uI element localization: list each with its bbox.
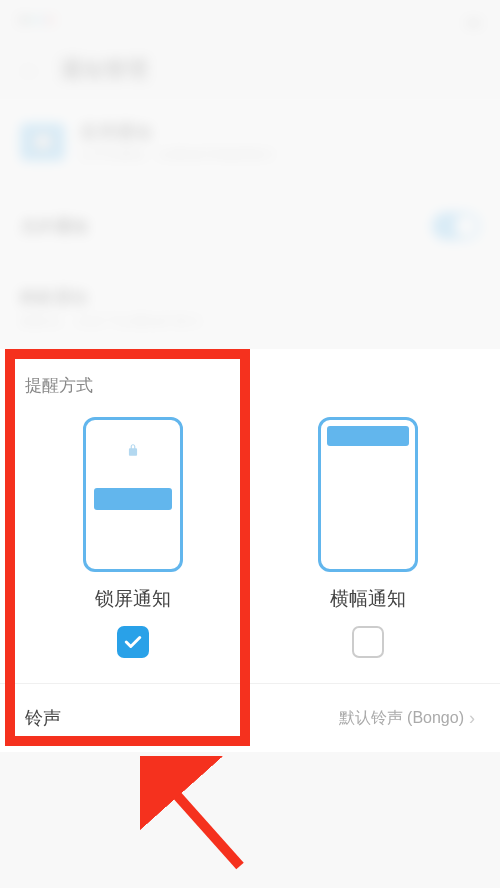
status-signal xyxy=(20,17,53,23)
option-lockscreen[interactable]: 锁屏通知 xyxy=(25,417,240,658)
lock-icon xyxy=(126,442,140,458)
ringtone-label: 铃声 xyxy=(25,706,61,730)
ringtone-row[interactable]: 铃声 默认铃声 (Bongo) › xyxy=(0,683,500,752)
ringtone-value: 默认铃声 (Bongo) › xyxy=(339,708,475,729)
arrow-annotation xyxy=(140,756,260,876)
status-battery: ▬ xyxy=(467,13,480,28)
option-banner[interactable]: 横幅通知 xyxy=(260,417,475,658)
banner-mockup-icon xyxy=(318,417,418,572)
page-title: 通知管理 xyxy=(60,55,148,85)
app-desc: 已开启通知，在通知栏和锁屏显示 xyxy=(80,146,480,164)
toggle-label: 允许通知 xyxy=(20,215,88,238)
banner-checkbox[interactable] xyxy=(352,626,384,658)
lockscreen-checkbox[interactable] xyxy=(117,626,149,658)
silent-title: 静默通知 xyxy=(20,286,480,309)
reminder-section-title: 提醒方式 xyxy=(25,374,475,397)
lockscreen-label: 锁屏通知 xyxy=(95,586,171,612)
allow-notifications-toggle[interactable] xyxy=(432,212,480,240)
silent-subtitle: 静默后，仅在下拉通知栏显示 xyxy=(20,313,480,331)
svg-line-1 xyxy=(158,774,240,866)
app-name: 应用通知 xyxy=(80,120,480,144)
banner-label: 横幅通知 xyxy=(330,586,406,612)
lockscreen-mockup-icon xyxy=(83,417,183,572)
app-icon: 💬 xyxy=(20,123,65,161)
back-button[interactable]: ← xyxy=(20,59,40,82)
check-icon xyxy=(124,635,142,649)
chevron-right-icon: › xyxy=(469,708,475,729)
